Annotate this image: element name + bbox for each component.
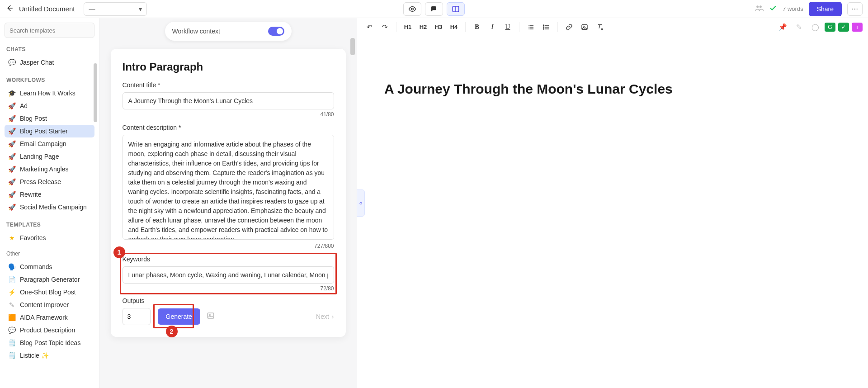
section-workflows: WORKFLOWS: [6, 77, 93, 83]
sidebar-item-label: Favorites: [20, 234, 46, 241]
sidebar-item-blog-post[interactable]: 🚀Blog Post: [5, 112, 94, 125]
panel-scrollbar[interactable]: [350, 38, 355, 55]
image-button[interactable]: [578, 20, 591, 34]
info-badge[interactable]: i: [852, 23, 863, 32]
rocket-icon: 🚀: [8, 166, 15, 173]
next-label: Next: [316, 313, 329, 320]
section-chats: CHATS: [6, 46, 93, 52]
italic-button[interactable]: I: [486, 20, 499, 34]
sidebar-item-product-desc[interactable]: 💬Product Description: [5, 324, 94, 336]
chat-button[interactable]: [425, 2, 443, 16]
sidebar-item-learn[interactable]: 🎓Learn How It Works: [5, 87, 94, 99]
sidebar-item-ad[interactable]: 🚀Ad: [5, 99, 94, 112]
circle-button[interactable]: ◯: [808, 20, 822, 34]
editor-body[interactable]: A Journey Through the Moon's Lunar Cycle…: [357, 36, 868, 388]
image-icon[interactable]: [207, 312, 215, 322]
sidebar-item-rewrite[interactable]: 🚀Rewrite: [5, 188, 94, 201]
underline-button[interactable]: U: [501, 20, 514, 34]
intro-paragraph-panel: Intro Paragraph Content title * 41/80 Co…: [111, 49, 346, 337]
check-badge[interactable]: ✓: [838, 23, 849, 32]
mode-select[interactable]: — ▾: [84, 2, 147, 16]
rocket-icon: 🚀: [8, 128, 15, 135]
cap-icon: 🎓: [8, 90, 15, 97]
sidebar-item-label: Press Release: [20, 178, 61, 185]
collapse-panel-handle[interactable]: «: [357, 189, 365, 217]
rocket-icon: 🚀: [8, 178, 15, 185]
content-title-input[interactable]: [123, 92, 334, 109]
sidebar-item-topic-ideas[interactable]: 🗒️Blog Post Topic Ideas: [5, 336, 94, 349]
keywords-input[interactable]: [123, 266, 334, 284]
h2-button[interactable]: H2: [416, 20, 430, 34]
sidebar-item-content-improver[interactable]: ✎Content Improver: [5, 298, 94, 311]
wand-icon: ✎: [8, 301, 15, 308]
workflow-context-toggle[interactable]: [268, 27, 284, 36]
sidebar-item-paragraph-gen[interactable]: 📄Paragraph Generator: [5, 273, 94, 286]
svg-point-0: [411, 8, 414, 10]
sidebar-item-label: Email Campaign: [20, 140, 66, 147]
sidebar-item-label: Blog Post Starter: [20, 128, 68, 135]
star-icon: ★: [8, 234, 15, 241]
content-desc-label: Content description *: [123, 124, 334, 131]
editor-pane: ↶ ↷ H1 H2 H3 H4 B I U: [357, 18, 868, 388]
sidebar-item-email-campaign[interactable]: 🚀Email Campaign: [5, 137, 94, 150]
document-heading[interactable]: A Journey Through the Moon's Lunar Cycle…: [384, 81, 841, 97]
sidebar-item-jasper-chat[interactable]: 💬 Jasper Chat: [5, 56, 94, 69]
undo-button[interactable]: ↶: [363, 20, 376, 34]
sidebar-item-label: Rewrite: [20, 191, 41, 198]
sidebar-item-label: AIDA Framework: [20, 314, 68, 321]
workflow-context-pill: Workflow context: [165, 22, 292, 41]
pin-button[interactable]: 📌: [776, 20, 789, 34]
split-view-button[interactable]: [447, 2, 465, 16]
content-desc-input[interactable]: Write an engaging and informative articl…: [123, 135, 334, 240]
bold-button[interactable]: B: [470, 20, 484, 34]
grammar-badge[interactable]: G: [825, 23, 835, 32]
section-other: Other: [6, 251, 93, 257]
ordered-list-button[interactable]: [524, 20, 538, 34]
sidebar-item-marketing-angles[interactable]: 🚀Marketing Angles: [5, 163, 94, 175]
sidebar-item-landing-page[interactable]: 🚀Landing Page: [5, 150, 94, 163]
outputs-input[interactable]: [123, 308, 151, 325]
sidebar-item-label: Blog Post Topic Ideas: [20, 339, 80, 346]
outputs-label: Outputs: [123, 297, 334, 304]
h1-button[interactable]: H1: [401, 20, 415, 34]
clear-format-button[interactable]: [593, 20, 607, 34]
sidebar-item-listicle[interactable]: 🗒️Listicle ✨: [5, 349, 94, 362]
workflow-context-label: Workflow context: [172, 28, 220, 35]
sidebar-item-label: Commands: [20, 263, 52, 270]
preview-button[interactable]: [403, 2, 421, 16]
sidebar-item-press-release[interactable]: 🚀Press Release: [5, 175, 94, 188]
redo-button[interactable]: ↷: [378, 20, 392, 34]
list-icon: 🗒️: [8, 352, 15, 359]
sidebar-item-commands[interactable]: 🗣️Commands: [5, 260, 94, 273]
link-button[interactable]: [562, 20, 576, 34]
editor-toolbar: ↶ ↷ H1 H2 H3 H4 B I U: [357, 18, 868, 36]
sidebar-item-label: Social Media Campaign: [20, 203, 87, 211]
search-input[interactable]: [5, 23, 94, 38]
next-button[interactable]: Next ›: [316, 313, 334, 320]
sidebar-item-blog-post-starter[interactable]: 🚀Blog Post Starter: [5, 125, 94, 137]
content-title-label: Content title *: [123, 81, 334, 89]
sidebar-scrollbar[interactable]: [94, 63, 97, 122]
magic-button[interactable]: ✎: [792, 20, 806, 34]
sidebar-item-favorites[interactable]: ★Favorites: [5, 232, 94, 244]
sidebar-item-label: One-Shot Blog Post: [20, 289, 76, 296]
bullet-list-button[interactable]: [539, 20, 553, 34]
content-desc-counter: 727/800: [123, 243, 334, 249]
share-button[interactable]: Share: [809, 2, 842, 16]
sidebar-item-aida[interactable]: 🟧AIDA Framework: [5, 311, 94, 324]
sidebar-item-label: Marketing Angles: [20, 166, 68, 173]
document-title[interactable]: Untitled Document: [19, 5, 75, 13]
chat-icon: 💬: [8, 59, 15, 66]
svg-point-7: [543, 27, 544, 28]
sidebar-item-social-media[interactable]: 🚀Social Media Campaign: [5, 201, 94, 213]
collab-icon[interactable]: [755, 4, 764, 14]
generate-button[interactable]: Generate: [158, 308, 200, 325]
h3-button[interactable]: H3: [432, 20, 445, 34]
more-menu-button[interactable]: ⋯: [847, 2, 863, 16]
sidebar-item-oneshot-blog[interactable]: ⚡One-Shot Blog Post: [5, 286, 94, 298]
h4-button[interactable]: H4: [447, 20, 461, 34]
rocket-icon: 🚀: [8, 153, 15, 160]
back-icon[interactable]: [5, 4, 14, 14]
workflow-panel-column: Workflow context Intro Paragraph Content…: [99, 18, 357, 388]
sidebar-item-label: Jasper Chat: [20, 59, 54, 66]
